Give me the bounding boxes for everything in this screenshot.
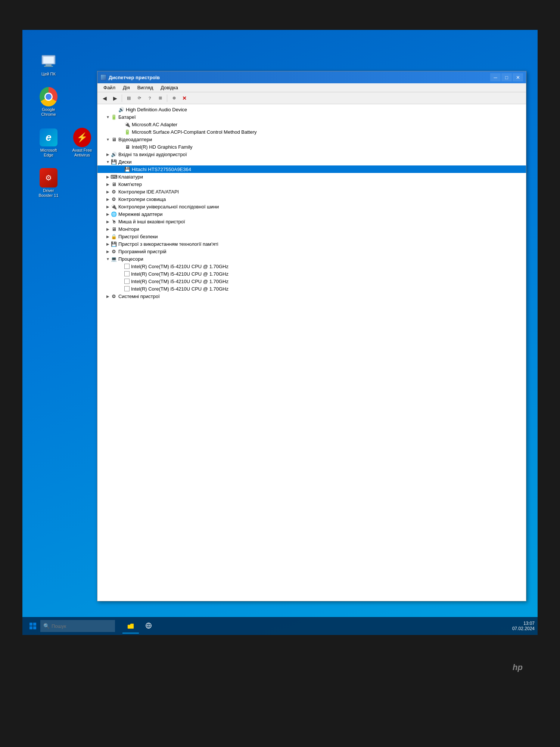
label-audio-device: High Definition Audio Device (126, 107, 187, 112)
scan-button[interactable]: ⊞ (155, 94, 165, 103)
toolbar: ◀ ▶ ▤ ⟳ ? ⊞ ⊕ ✕ (97, 92, 526, 104)
menu-file[interactable]: Файл (100, 84, 118, 91)
properties-button[interactable]: ▤ (124, 94, 134, 103)
edge-label: MicrosoftEdge (40, 148, 57, 158)
tree-item-processors[interactable]: ▼ 💻 Процесори (97, 255, 526, 263)
menu-action[interactable]: Дія (120, 84, 133, 91)
label-audio-io: Вхідні та вихідні аудіопристрої (118, 152, 187, 157)
edge-icon: e (40, 128, 57, 146)
expand-hitachi (118, 166, 124, 172)
minimize-button[interactable]: ─ (490, 73, 501, 81)
tree-item-hitachi[interactable]: 💾 Hitachi HTS727550A9E364 (97, 165, 526, 173)
tree-item-keyboards[interactable]: ▶ ⌨ Клавіатури (97, 173, 526, 180)
help-button[interactable]: ? (145, 94, 155, 103)
tree-item-ide[interactable]: ▶ ⚙ Контролери IDE ATA/ATAPI (97, 188, 526, 195)
more-button[interactable]: ⊕ (169, 94, 179, 103)
icon-audio-io: 🔊 (111, 151, 117, 157)
forward-button[interactable]: ▶ (110, 94, 120, 103)
hp-logo: hp (513, 663, 523, 672)
expand-cpu1 (118, 263, 124, 269)
back-button[interactable]: ◀ (100, 94, 109, 103)
taskbar-network-button[interactable] (140, 619, 157, 633)
icon-security: 🔒 (111, 233, 117, 239)
label-mouse: Миша й інші вказівні пристрої (118, 219, 185, 224)
tree-item-monitors[interactable]: ▶ 🖥 Монітори (97, 225, 526, 233)
tree-item-mouse[interactable]: ▶ 🖱 Миша й інші вказівні пристрої (97, 218, 526, 225)
search-icon: 🔍 (43, 623, 50, 629)
tree-item-ms-battery[interactable]: 🔋 Microsoft Surface ACPI-Compliant Contr… (97, 128, 526, 136)
expand-disks: ▼ (105, 159, 111, 165)
tree-item-memory-tech[interactable]: ▶ 💾 Пристрої з використанням технології … (97, 240, 526, 248)
desktop-icon-chrome[interactable]: GoogleChrome (34, 88, 63, 117)
desktop: Цей ПК GoogleChrome e (22, 30, 538, 635)
avast-label: Avast FreeAntivirus (72, 148, 92, 158)
thispc-icon (40, 52, 57, 70)
menu-bar: Файл Дія Вигляд Довідка (97, 83, 526, 92)
tree-item-intel-hd[interactable]: 🖥 Intel(R) HD Graphics Family (97, 143, 526, 151)
driver-label: DriverBooster 11 (38, 188, 58, 198)
tree-item-security[interactable]: ▶ 🔒 Пристрої безпеки (97, 233, 526, 240)
icon-intel-hd: 🖥 (124, 144, 130, 150)
tree-item-ms-adapter[interactable]: 🔌 Microsoft AC Adapter (97, 121, 526, 128)
tree-item-system-devices[interactable]: ▶ ⚙ Системні пристрої (97, 292, 526, 300)
label-storage: Контролери сховища (118, 196, 166, 202)
svg-rect-2 (46, 64, 52, 66)
tree-item-disks[interactable]: ▼ 💾 Диски (97, 158, 526, 165)
icon-cpu1 (124, 264, 130, 269)
maximize-button[interactable]: □ (501, 73, 512, 81)
expand-security: ▶ (105, 233, 111, 239)
desktop-icon-thispc[interactable]: Цей ПК (34, 52, 63, 77)
close-button[interactable]: ✕ (513, 73, 523, 81)
expand-computers: ▶ (105, 181, 111, 187)
thispc-label: Цей ПК (41, 72, 56, 77)
search-input[interactable] (40, 620, 115, 632)
desktop-icon-edge[interactable]: e MicrosoftEdge (34, 128, 63, 158)
tree-item-network[interactable]: ▶ 🌐 Мережеві адаптери (97, 210, 526, 218)
tree-item-firmware[interactable]: ▶ ⚙ Програмний пристрій (97, 248, 526, 255)
title-bar: Диспетчер пристроїв ─ □ ✕ (97, 71, 526, 83)
tree-content[interactable]: 🔊 High Definition Audio Device ▼ 🔋 Батар… (97, 104, 526, 601)
label-system-devices: Системні пристрої (118, 294, 160, 299)
start-button[interactable] (25, 619, 40, 633)
expand-ide: ▶ (105, 189, 111, 195)
svg-rect-1 (43, 57, 54, 63)
icon-video: 🖥 (111, 136, 117, 142)
tree-item-video[interactable]: ▼ 🖥 Відеоадаптери (97, 136, 526, 143)
label-intel-hd: Intel(R) HD Graphics Family (132, 144, 193, 150)
desktop-icon-avast[interactable]: ⚡ Avast FreeAntivirus (67, 128, 97, 158)
taskbar-explorer-button[interactable] (122, 619, 139, 633)
device-manager-window: Диспетчер пристроїв ─ □ ✕ Файл Дія Вигля… (97, 71, 526, 601)
menu-view[interactable]: Вигляд (134, 84, 156, 91)
icon-processors: 💻 (111, 256, 117, 262)
toolbar-separator-1 (122, 94, 122, 102)
icon-ms-adapter: 🔌 (124, 121, 130, 127)
tree-item-cpu1[interactable]: Intel(R) Core(TM) i5-4210U CPU @ 1.70GHz (97, 263, 526, 270)
label-batareyi: Батареї (118, 114, 136, 120)
tree-item-audio-device[interactable]: 🔊 High Definition Audio Device (97, 106, 526, 113)
tree-item-usb[interactable]: ▶ 🔌 Контролери універсальної послідовної… (97, 203, 526, 210)
icon-computers: 🖥 (111, 181, 117, 187)
tree-item-audio-io[interactable]: ▶ 🔊 Вхідні та вихідні аудіопристрої (97, 151, 526, 158)
update-driver-button[interactable]: ⟳ (134, 94, 144, 103)
label-computers: Комп'ютер (118, 182, 142, 187)
remove-button[interactable]: ✕ (180, 94, 189, 103)
expand-cpu2 (118, 271, 124, 277)
svg-rect-5 (33, 623, 36, 626)
label-ms-battery: Microsoft Surface ACPI-Compliant Control… (132, 129, 257, 135)
time-display: 13:07 (512, 621, 535, 626)
tree-item-cpu2[interactable]: Intel(R) Core(TM) i5-4210U CPU @ 1.70GHz (97, 270, 526, 278)
menu-help[interactable]: Довідка (158, 84, 181, 91)
tree-item-storage[interactable]: ▶ ⚙ Контролери сховища (97, 195, 526, 203)
expand-storage: ▶ (105, 196, 111, 202)
tree-item-batareyi[interactable]: ▼ 🔋 Батареї (97, 113, 526, 121)
expand-ms-battery (118, 129, 124, 135)
label-ide: Контролери IDE ATA/ATAPI (118, 189, 179, 195)
desktop-icon-driver[interactable]: ⚙ DriverBooster 11 (34, 169, 63, 198)
expand-ms-adapter (118, 121, 124, 127)
label-hitachi: Hitachi HTS727550A9E364 (132, 167, 191, 172)
toolbar-separator-2 (167, 94, 167, 102)
tree-item-cpu3[interactable]: Intel(R) Core(TM) i5-4210U CPU @ 1.70GHz (97, 278, 526, 285)
icon-firmware: ⚙ (111, 248, 117, 254)
tree-item-cpu4[interactable]: Intel(R) Core(TM) i5-4210U CPU @ 1.70GHz (97, 285, 526, 292)
tree-item-computers[interactable]: ▶ 🖥 Комп'ютер (97, 180, 526, 188)
